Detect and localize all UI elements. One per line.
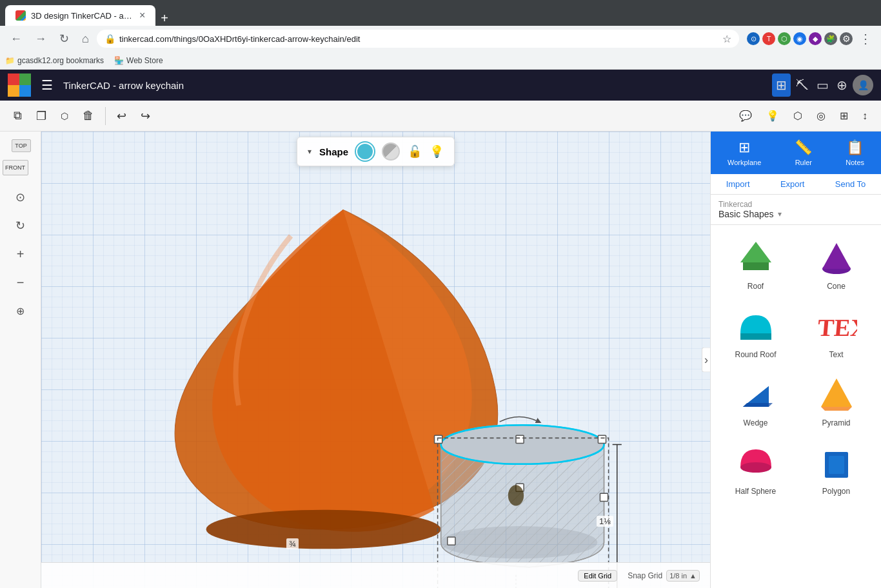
extension-icons: ⊙ T ⬡ ◉ ◆ 🧩 ⚙ bbox=[747, 32, 853, 45]
add-user-button[interactable]: ⊕ bbox=[834, 75, 850, 95]
shape-item-wedge[interactable]: Wedge bbox=[716, 367, 795, 434]
ext-icon-4[interactable]: ◉ bbox=[793, 32, 806, 45]
ext-icon-1[interactable]: ⊙ bbox=[747, 32, 760, 45]
cone-icon bbox=[816, 237, 857, 278]
svg-marker-32 bbox=[743, 403, 773, 407]
send-to-button[interactable]: Send To bbox=[830, 178, 871, 190]
half-sphere-icon bbox=[735, 442, 777, 483]
toolbar: ⧉ ❐ ⬡ 🗑 ↩ ↪ 💬 💡 ⬡ ◎ ⊞ ↕ bbox=[0, 101, 881, 132]
new-tab-button[interactable]: + bbox=[155, 11, 173, 26]
shape-item-roof[interactable]: Roof bbox=[716, 230, 795, 297]
home-button[interactable]: ⌂ bbox=[77, 30, 94, 48]
hamburger-menu-button[interactable]: ☰ bbox=[39, 75, 55, 95]
dimension-label-1: 1⅛ bbox=[597, 516, 613, 527]
import-button[interactable]: Import bbox=[721, 178, 755, 190]
svg-rect-25 bbox=[743, 262, 769, 270]
workplane-button[interactable]: ⊞ Workplane bbox=[722, 137, 766, 169]
webstore-label: Web Store bbox=[126, 56, 163, 65]
ext-icon-5[interactable]: ◆ bbox=[809, 32, 822, 45]
zoom-out-button[interactable]: − bbox=[9, 271, 32, 294]
shape-item-text[interactable]: TEXT Text bbox=[797, 299, 876, 366]
svg-rect-37 bbox=[829, 456, 844, 474]
logo-cell-end bbox=[8, 85, 19, 97]
edit-grid-button[interactable]: Edit Grid bbox=[578, 570, 617, 582]
cube-top-face[interactable]: TOP bbox=[12, 139, 31, 152]
shape-item-round-roof[interactable]: Round Roof bbox=[716, 299, 795, 366]
shapes-title[interactable]: Basic Shapes ▾ bbox=[718, 209, 782, 219]
mirror-button[interactable]: ⬡ bbox=[55, 108, 74, 124]
shape-dropdown[interactable]: ▾ Shape 🔓 💡 bbox=[297, 137, 455, 166]
app-container: ☰ TinkerCAD - arrow keychain ⊞ ⛏ ▭ ⊕ 👤 ⧉… bbox=[0, 70, 881, 588]
bookmark-webstore[interactable]: 🏪 Web Store bbox=[114, 56, 163, 65]
redo-button[interactable]: ↪ bbox=[135, 106, 156, 126]
undo-button[interactable]: ↩ bbox=[111, 106, 132, 126]
svg-rect-28 bbox=[740, 333, 771, 340]
webstore-icon: 🏪 bbox=[114, 56, 124, 65]
lock-icon: 🔒 bbox=[104, 34, 115, 44]
solid-color-swatch[interactable] bbox=[356, 142, 374, 161]
copy-button[interactable]: ❐ bbox=[30, 106, 52, 126]
cube-front-face[interactable]: FRONT bbox=[3, 160, 28, 175]
hole-color-swatch[interactable] bbox=[382, 142, 400, 161]
home-view-button[interactable]: ⊙ bbox=[9, 186, 32, 209]
bookmark-gcasdk[interactable]: 📁 gcasdk12.org bookmarks bbox=[5, 56, 104, 65]
back-button[interactable]: ← bbox=[5, 30, 27, 48]
shapes-category: Tinkercad bbox=[718, 200, 782, 209]
dimension-label-2: ¾ bbox=[286, 538, 299, 549]
rotate-view-button[interactable]: ↻ bbox=[9, 214, 32, 237]
tools-button[interactable]: ⛏ bbox=[793, 75, 811, 95]
notes-button[interactable]: 📋 Notes bbox=[840, 137, 869, 169]
tab-bar: 3D design TinkerCAD - arrow ke... × + bbox=[0, 0, 881, 26]
viewport[interactable]: ▾ Shape 🔓 💡 bbox=[41, 132, 710, 588]
address-bar[interactable]: 🔒 tinkercad.com/things/0OaXHDrt6yi-tinke… bbox=[97, 30, 739, 48]
grid-button[interactable]: ⊞ bbox=[834, 106, 854, 125]
toolbar-separator bbox=[105, 107, 106, 125]
ruler-icon: 📏 bbox=[795, 139, 812, 156]
tab-favicon bbox=[15, 10, 26, 21]
export-button[interactable]: Export bbox=[775, 178, 810, 190]
user-avatar[interactable]: 👤 bbox=[853, 75, 873, 95]
nav-bar: ← → ↻ ⌂ 🔒 tinkercad.com/things/0OaXHDrt6… bbox=[0, 26, 881, 52]
shape-item-half-sphere[interactable]: Half Sphere bbox=[716, 435, 795, 502]
shape-item-cone[interactable]: Cone bbox=[797, 230, 876, 297]
forward-button[interactable]: → bbox=[30, 30, 52, 48]
shape-item-polygon[interactable]: Polygon bbox=[797, 435, 876, 502]
app-header: ☰ TinkerCAD - arrow keychain ⊞ ⛏ ▭ ⊕ 👤 bbox=[0, 70, 881, 101]
ext-icon-2[interactable]: T bbox=[762, 32, 775, 45]
delete-button[interactable]: 🗑 bbox=[77, 106, 100, 126]
view-cube[interactable]: TOP FRONT bbox=[3, 139, 39, 175]
ext-icon-3[interactable]: ⬡ bbox=[778, 32, 791, 45]
ext-icon-settings[interactable]: ⚙ bbox=[840, 32, 853, 45]
header-icons: ⊞ ⛏ ▭ ⊕ 👤 bbox=[772, 74, 873, 97]
bookmarks-bar: 📁 gcasdk12.org bookmarks 🏪 Web Store bbox=[0, 52, 881, 70]
speech-bubble-button[interactable]: 💬 bbox=[733, 106, 758, 125]
snap-arrow-icon: ▲ bbox=[689, 572, 697, 580]
browser-menu-button[interactable]: ⋮ bbox=[855, 30, 876, 48]
shape-item-pyramid[interactable]: Pyramid bbox=[797, 367, 876, 434]
main-content: TOP FRONT ⊙ ↻ + − ⊕ ▾ Shape 🔓 💡 bbox=[0, 132, 881, 588]
gallery-button[interactable]: ▭ bbox=[814, 75, 831, 95]
lightbulb-button[interactable]: 💡 bbox=[760, 106, 785, 125]
circle-button[interactable]: ◎ bbox=[811, 106, 831, 125]
tab-close-button[interactable]: × bbox=[139, 10, 145, 21]
active-tab[interactable]: 3D design TinkerCAD - arrow ke... × bbox=[5, 5, 155, 26]
pyramid-icon bbox=[816, 373, 857, 415]
viewport-expand-button[interactable]: › bbox=[702, 348, 710, 373]
duplicate-button[interactable]: ⧉ bbox=[8, 106, 28, 126]
workplane-icon: ⊞ bbox=[738, 139, 750, 156]
round-roof-label: Round Roof bbox=[735, 350, 776, 359]
logo-cell-ker bbox=[19, 74, 31, 85]
compass-button[interactable]: ⊕ bbox=[9, 299, 32, 322]
shape-panel: ▾ Shape 🔓 💡 bbox=[41, 137, 710, 166]
refresh-button[interactable]: ↻ bbox=[54, 29, 74, 48]
bookmark-star-icon[interactable]: ☆ bbox=[722, 33, 731, 45]
flip-button[interactable]: ↕ bbox=[856, 107, 873, 125]
zoom-in-button[interactable]: + bbox=[9, 242, 32, 266]
ruler-button[interactable]: 📏 Ruler bbox=[789, 137, 817, 169]
left-sidebar: TOP FRONT ⊙ ↻ + − ⊕ bbox=[0, 132, 41, 588]
hexagon-button[interactable]: ⬡ bbox=[787, 106, 808, 125]
snap-value-select[interactable]: 1/8 in ▲ bbox=[666, 570, 700, 582]
snap-control: Snap Grid 1/8 in ▲ bbox=[628, 570, 700, 582]
ext-icon-puzzle[interactable]: 🧩 bbox=[824, 32, 837, 45]
grid-view-button[interactable]: ⊞ bbox=[772, 74, 791, 97]
